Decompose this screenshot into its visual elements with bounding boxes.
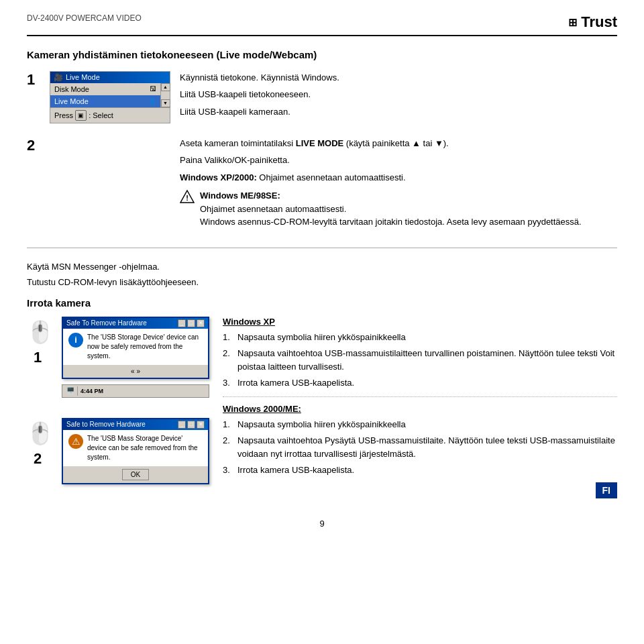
irrota-step2-number: 2	[34, 451, 47, 466]
warning-circle-icon-2: ⚠	[68, 434, 83, 449]
page-number: 9	[27, 519, 617, 529]
inner-divider	[223, 396, 617, 397]
step1-text: Käynnistä tietokone. Käynnistä Windows. …	[180, 71, 617, 123]
step2-row: 2 Aseta kameran toimintatilaksi LIVE MOD…	[27, 137, 617, 234]
step1-line1: Käynnistä tietokone. Käynnistä Windows.	[180, 71, 617, 85]
step2-line3-suffix: Ohjaimet asennetaan automaattisesti.	[257, 172, 406, 182]
titlebar-icon: 🎥	[54, 73, 63, 82]
2000-step1-text: Napsauta symbolia hiiren ykköspainikkeel…	[237, 418, 406, 431]
safe-remove-titlebar-2: Safe to Remove Hardware _ □ ✕	[63, 419, 208, 430]
camera-icon-2: 🖱️	[27, 421, 54, 446]
disk-mode-label: Disk Mode	[54, 85, 89, 93]
2000-step3-num: 3.	[223, 464, 233, 477]
2000-step-2: 2. Napsauta vaihtoehtoa Pysäytä USB-mass…	[223, 434, 617, 460]
xp-steps-list: 1. Napsauta symbolia hiiren ykköspainikk…	[223, 331, 617, 390]
step1-line2: Liitä USB-kaapeli tietokoneeseen.	[180, 88, 617, 101]
xp-step2-num: 2.	[223, 347, 233, 373]
window-list: Disk Mode 🖫 Live Mode 👤	[50, 83, 160, 107]
warning-line1: Ohjaimet asennetaan automaattisesti.	[200, 204, 346, 214]
select-label: : Select	[89, 111, 113, 119]
minimize-btn-2[interactable]: _	[178, 421, 186, 429]
close-btn-1[interactable]: ✕	[197, 319, 205, 327]
2000-step2-text: Napsauta vaihtoehtoa Pysäytä USB-massamu…	[237, 434, 617, 460]
maximize-btn-1[interactable]: □	[187, 319, 195, 327]
live-mode-item[interactable]: Live Mode 👤	[50, 95, 160, 107]
fi-badge: FI	[596, 482, 617, 498]
irrota-step2: 🖱️ 2 Safe to Remove Hardware _ □ ✕ ⚠ The…	[27, 418, 209, 484]
xp-step2-text: Napsauta vaihtoehtoa USB-massamuistilait…	[237, 347, 617, 373]
live-mode-icon: 👤	[148, 97, 156, 105]
section1-heading: Kameran yhdistäminen tietokoneeseen (Liv…	[27, 48, 617, 62]
safe-remove-window-2: Safe to Remove Hardware _ □ ✕ ⚠ The 'USB…	[62, 418, 209, 484]
titlebar-btns-1: _ □ ✕	[178, 319, 205, 327]
live-mode-window: 🎥 Live Mode Disk Mode 🖫 Live Mode 👤 ▲ ▼	[50, 71, 170, 123]
msn-line: Käytä MSN Messenger -ohjelmaa.	[27, 260, 617, 274]
safe-remove-footer-2: OK	[63, 466, 208, 483]
scroll-down[interactable]: ▼	[161, 99, 170, 107]
step1-line3: Liitä USB-kaapeli kameraan.	[180, 105, 617, 119]
step2-line1: Aseta kameran toimintatilaksi LIVE MODE …	[180, 137, 617, 150]
2000-step1-num: 1.	[223, 418, 233, 431]
titlebar-text: Live Mode	[66, 73, 100, 81]
window-with-scroll: Disk Mode 🖫 Live Mode 👤 ▲ ▼	[50, 83, 170, 107]
irrota-step1-number: 1	[34, 350, 47, 365]
select-key-icon: ▣	[75, 110, 87, 121]
step2-live-mode-bold: LIVE MODE	[296, 138, 344, 148]
irrota-heading: Irrota kamera	[27, 297, 617, 309]
xp-step1-num: 1.	[223, 331, 233, 344]
step1-number: 1	[27, 72, 40, 87]
step1-row: 1 🎥 Live Mode Disk Mode 🖫 Live Mode 👤 ▲ …	[27, 71, 617, 123]
2000-step3-text: Irrota kamera USB-kaapelista.	[237, 464, 354, 477]
taskbar-icon-1: 🖥️	[66, 387, 74, 394]
msn-section: Käytä MSN Messenger -ohjelmaa. Tutustu C…	[27, 260, 617, 289]
live-mode-label: Live Mode	[54, 97, 89, 105]
step2-line1-suffix: (käytä painiketta ▲ tai ▼).	[343, 138, 449, 148]
safe-remove-titlebar-1: Safe To Remove Hardware _ □ ✕	[63, 318, 208, 329]
2000-step-1: 1. Napsauta symbolia hiiren ykköspainikk…	[223, 418, 617, 431]
xp-step3-text: Irrota kamera USB-kaapelista.	[237, 376, 354, 390]
windows-xp-header: Windows XP	[223, 317, 617, 327]
2000-steps-list: 1. Napsauta symbolia hiiren ykköspainikk…	[223, 418, 617, 477]
minimize-btn-1[interactable]: _	[178, 319, 186, 327]
disk-mode-item[interactable]: Disk Mode 🖫	[50, 83, 160, 95]
step2-line2: Paina Valikko/OK-painiketta.	[180, 154, 617, 167]
xp-step-1: 1. Napsauta symbolia hiiren ykköspainikk…	[223, 331, 617, 344]
irrota-main-row: 🖱️ 1 Safe To Remove Hardware _ □ ✕ i	[27, 317, 617, 498]
safe-remove-footer-1: « »	[63, 365, 208, 378]
safe-remove-text-1: The 'USB Storage Device' device can now …	[87, 333, 203, 361]
info-icon-1: i	[68, 333, 83, 347]
close-btn-2[interactable]: ✕	[197, 421, 205, 429]
maximize-btn-2[interactable]: □	[187, 421, 195, 429]
irrota-step1: 🖱️ 1 Safe To Remove Hardware _ □ ✕ i	[27, 317, 209, 398]
safe-remove-text-2: The 'USB Mass Storage Device' device can…	[87, 434, 203, 462]
safe-remove-title-1: Safe To Remove Hardware	[66, 319, 147, 327]
taskbar-time-1: 4:44 PM	[80, 388, 103, 394]
cd-line: Tutustu CD-ROM-levyn lisäkäyttöohjeeseen…	[27, 276, 617, 289]
safe-remove-body-1: i The 'USB Storage Device' device can no…	[63, 329, 208, 365]
xp-step-3: 3. Irrota kamera USB-kaapelista.	[223, 376, 617, 390]
titlebar-btns-2: _ □ ✕	[178, 421, 205, 429]
warning-box: ! Windows ME/98SE: Ohjaimet asennetaan a…	[180, 189, 617, 229]
safe-remove-footer-text-1: « »	[68, 368, 203, 375]
trust-logo-icon: ⊞	[568, 16, 577, 29]
taskbar-sep-1	[77, 386, 78, 396]
warning-title: Windows ME/98SE:	[200, 191, 280, 201]
svg-text:!: !	[186, 194, 189, 202]
safe-remove-body-2: ⚠ The 'USB Mass Storage Device' device c…	[63, 430, 208, 466]
safe-remove-window-1: Safe To Remove Hardware _ □ ✕ i The 'USB…	[62, 317, 209, 379]
2000-step-3: 3. Irrota kamera USB-kaapelista.	[223, 464, 617, 477]
window-scrollbar[interactable]: ▲ ▼	[160, 83, 170, 107]
press-select: Press ▣ : Select	[54, 110, 113, 121]
window-titlebar: 🎥 Live Mode	[50, 72, 170, 83]
trust-logo: ⊞ Trust	[568, 13, 617, 31]
camera-icon-1: 🖱️	[27, 319, 54, 345]
ok-button-2[interactable]: OK	[122, 469, 149, 480]
irrota-left: 🖱️ 1 Safe To Remove Hardware _ □ ✕ i	[27, 317, 209, 498]
scroll-up[interactable]: ▲	[161, 83, 170, 91]
disk-mode-icon: 🖫	[150, 85, 156, 93]
warning-line2: Windows asennus-CD-ROM-levyltä tarvitaan…	[200, 217, 582, 227]
step2-number: 2	[27, 138, 40, 153]
document-title: DV-2400V POWERCAM VIDEO	[27, 13, 142, 23]
warning-triangle-icon: !	[180, 189, 195, 204]
taskbar-1: 🖥️ 4:44 PM	[62, 384, 209, 398]
